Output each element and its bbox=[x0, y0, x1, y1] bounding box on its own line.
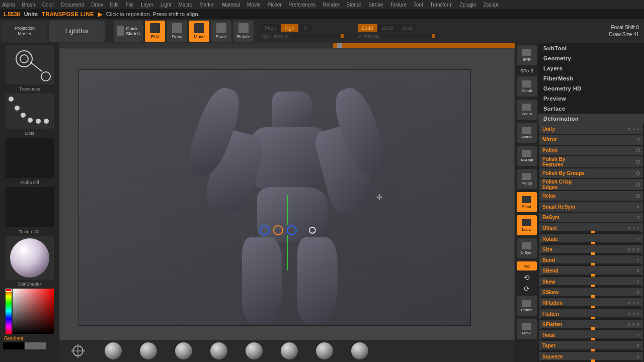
dot-icon[interactable] bbox=[636, 194, 640, 198]
menu-preferences[interactable]: Preferences bbox=[289, 2, 316, 8]
zoom-button[interactable]: Zoom bbox=[517, 100, 537, 120]
menu-draw[interactable]: Draw bbox=[91, 2, 103, 8]
deform-taper[interactable]: TaperZ bbox=[539, 341, 643, 350]
axis-label[interactable]: X bbox=[637, 205, 640, 209]
axis-label[interactable]: X Y Z bbox=[627, 247, 640, 252]
dot-icon[interactable] bbox=[636, 160, 640, 164]
menu-tool[interactable]: Tool bbox=[414, 2, 423, 8]
shelf-tool[interactable] bbox=[351, 342, 368, 359]
m-button[interactable]: M bbox=[299, 24, 311, 32]
brush-thumbnail[interactable] bbox=[6, 45, 54, 84]
section-geometry-hd[interactable]: Geometry HD bbox=[538, 83, 644, 94]
deform-mirror[interactable]: MirrorX bbox=[539, 135, 643, 144]
zcut-button[interactable]: Zcut bbox=[398, 24, 416, 32]
alpha-thumbnail[interactable] bbox=[6, 138, 54, 178]
menu-layer[interactable]: Layer bbox=[141, 2, 153, 8]
menu-brush[interactable]: Brush bbox=[22, 2, 35, 8]
deform-slider[interactable] bbox=[541, 296, 641, 297]
shelf-tool[interactable] bbox=[316, 342, 333, 359]
transpose-gizmo[interactable] bbox=[259, 225, 316, 235]
stroke-thumbnail[interactable] bbox=[6, 94, 54, 129]
axis-label[interactable]: X bbox=[637, 137, 640, 142]
deform-slider[interactable] bbox=[541, 242, 641, 244]
axis-label[interactable]: X Y Z bbox=[627, 226, 640, 230]
local-button[interactable]: Local bbox=[517, 215, 537, 235]
deform-polish-crisp-edges[interactable]: Polish Crisp Edges bbox=[539, 179, 643, 190]
spix-label[interactable]: SPix 3 bbox=[520, 68, 533, 73]
section-deformation[interactable]: Deformation bbox=[538, 114, 644, 124]
aahalf-button[interactable]: AAHalf bbox=[517, 146, 537, 166]
menu-render[interactable]: Render bbox=[323, 2, 340, 8]
lsym-button[interactable]: L.Sym bbox=[517, 238, 537, 258]
axis-label[interactable]: Z bbox=[637, 268, 640, 273]
deform-sbend[interactable]: SBendZ bbox=[539, 266, 643, 276]
material-thumbnail[interactable] bbox=[6, 236, 54, 280]
shelf-current-tool[interactable] bbox=[69, 342, 87, 359]
rotate-ccw-icon[interactable]: ⟳ bbox=[524, 285, 530, 293]
deform-slider[interactable] bbox=[541, 349, 641, 351]
menu-marker[interactable]: Marker bbox=[199, 2, 215, 8]
menu-texture[interactable]: Texture bbox=[390, 2, 407, 8]
projection-master-button[interactable]: Projection Master bbox=[2, 21, 47, 42]
deform-slider[interactable] bbox=[541, 263, 641, 265]
axis-label[interactable]: Z bbox=[637, 290, 640, 295]
dot-icon[interactable] bbox=[636, 148, 640, 152]
shelf-tool[interactable] bbox=[140, 342, 157, 359]
draw-button[interactable]: Draw bbox=[167, 21, 187, 42]
swatch-black[interactable] bbox=[3, 342, 24, 349]
deform-bend[interactable]: BendZ bbox=[539, 255, 643, 265]
floor-button[interactable]: Floor bbox=[517, 192, 537, 212]
section-layers[interactable]: Layers bbox=[538, 63, 644, 73]
xyz-button[interactable]: Xyz bbox=[517, 261, 537, 270]
deform-smart-resym[interactable]: Smart ReSymX bbox=[539, 202, 643, 211]
hue-bar[interactable] bbox=[6, 289, 12, 334]
deform-polish-by-groups[interactable]: Polish By Groups bbox=[539, 168, 643, 178]
menu-light[interactable]: Light bbox=[160, 2, 172, 8]
actual-button[interactable]: Actual bbox=[517, 123, 537, 143]
color-picker[interactable] bbox=[6, 289, 54, 334]
deform-sskew[interactable]: SSkewZ bbox=[539, 288, 643, 297]
gizmo-ring-blue-2[interactable] bbox=[286, 225, 296, 235]
edit-button[interactable]: Edit bbox=[145, 21, 165, 42]
deform-rotate[interactable]: RotateZ bbox=[539, 234, 643, 243]
z-intensity-slider[interactable] bbox=[381, 34, 437, 38]
dot-icon[interactable] bbox=[636, 171, 640, 175]
menu-color[interactable]: Color bbox=[42, 2, 54, 8]
menu-file[interactable]: File bbox=[126, 2, 134, 8]
gradient-button[interactable]: Gradient bbox=[4, 336, 23, 341]
deform-offset[interactable]: OffsetX Y Z bbox=[539, 223, 643, 233]
shelf-tool[interactable] bbox=[246, 342, 263, 359]
axis-label[interactable]: X Y Z bbox=[627, 312, 640, 316]
move-view-button[interactable]: Move bbox=[517, 319, 537, 339]
menu-stroke[interactable]: Stroke bbox=[368, 2, 383, 8]
deform-resym[interactable]: ReSymX bbox=[539, 213, 643, 222]
deform-flatten[interactable]: FlattenX Y Z bbox=[539, 309, 643, 318]
deform-unify[interactable]: UnifyX Y Z bbox=[539, 124, 643, 134]
axis-label[interactable]: Z bbox=[637, 333, 640, 337]
menu-transform[interactable]: Transform bbox=[430, 2, 452, 8]
section-geometry[interactable]: Geometry bbox=[538, 53, 644, 63]
deform-size[interactable]: SizeX Y Z bbox=[539, 245, 643, 254]
deform-relax[interactable]: Relax bbox=[539, 191, 643, 201]
move-button[interactable]: Move bbox=[189, 21, 209, 42]
axis-label[interactable]: X Y Z bbox=[627, 127, 640, 131]
swatch-grey[interactable] bbox=[25, 342, 46, 349]
axis-label[interactable]: X Y Z bbox=[627, 301, 640, 305]
axis-label[interactable]: X bbox=[637, 215, 640, 220]
deform-twist[interactable]: TwistZ bbox=[539, 330, 643, 340]
section-preview[interactable]: Preview bbox=[538, 94, 644, 104]
deform-slider[interactable] bbox=[541, 253, 641, 254]
scroll-button[interactable]: Scroll bbox=[517, 76, 537, 97]
deform-rflatten[interactable]: RFlattenX Y Z bbox=[539, 298, 643, 308]
rotate-button[interactable]: Rotate bbox=[233, 21, 254, 42]
deform-slider[interactable] bbox=[541, 317, 641, 319]
shelf-tool[interactable] bbox=[175, 342, 192, 359]
rotate-cw-icon[interactable]: ⟲ bbox=[524, 274, 530, 282]
quick-sketch-button[interactable]: Quick Sketch bbox=[114, 21, 143, 42]
dot-icon[interactable] bbox=[636, 183, 640, 187]
deform-slider[interactable] bbox=[541, 306, 641, 308]
menu-macro[interactable]: Macro bbox=[179, 2, 193, 8]
deform-polish[interactable]: Polish bbox=[539, 146, 643, 155]
axis-label[interactable]: Z bbox=[637, 258, 640, 262]
menu-zscript[interactable]: Zscript bbox=[483, 2, 498, 8]
